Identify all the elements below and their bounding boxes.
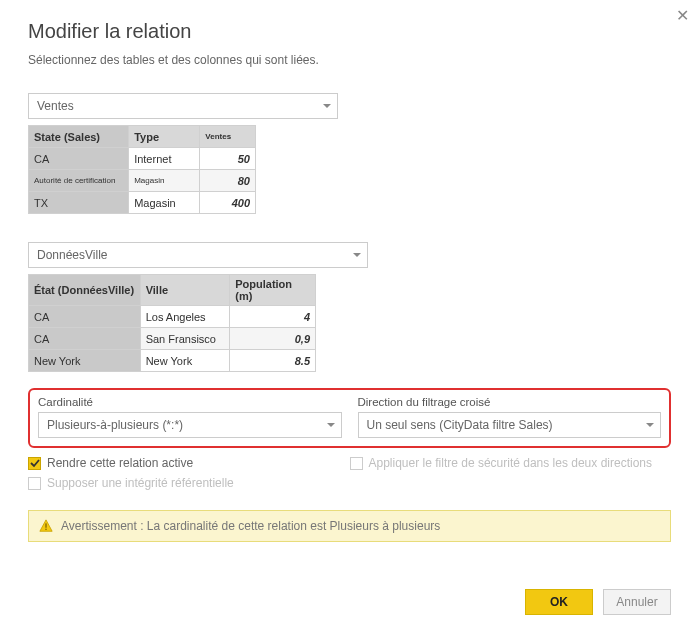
warning-bar: Avertissement : La cardinalité de cette … [28, 510, 671, 542]
checkbox-icon [28, 477, 41, 490]
options-checkboxes: Rendre cette relation active Supposer un… [28, 456, 671, 490]
chevron-down-icon [646, 423, 654, 427]
cardinality-label: Cardinalité [38, 396, 342, 408]
table-a-header-col2[interactable]: Ventes [200, 126, 256, 148]
table-b-header-col1[interactable]: Ville [140, 275, 230, 306]
table-b-header-col0[interactable]: État (DonnéesVille) [29, 275, 141, 306]
table-b-header-col2[interactable]: Population (m) [230, 275, 316, 306]
make-active-label: Rendre cette relation active [47, 456, 193, 470]
chevron-down-icon [327, 423, 335, 427]
table-row: CA Internet 50 [29, 148, 256, 170]
table-b-preview: État (DonnéesVille) Ville Population (m)… [28, 274, 316, 372]
crossfilter-select[interactable]: Un seul sens (CityData filtre Sales) [358, 412, 662, 438]
table-b-selected-label: DonnéesVille [37, 248, 108, 262]
svg-rect-2 [45, 529, 46, 530]
cancel-button[interactable]: Annuler [603, 589, 671, 615]
table-a-header-col1[interactable]: Type [129, 126, 200, 148]
crossfilter-value: Un seul sens (CityData filtre Sales) [367, 418, 553, 432]
svg-rect-1 [45, 523, 46, 527]
table-a-select[interactable]: Ventes [28, 93, 338, 119]
crossfilter-label: Direction du filtrage croisé [358, 396, 662, 408]
dialog-title: Modifier la relation [28, 20, 671, 43]
apply-security-checkbox: Appliquer le filtre de sécurité dans les… [350, 456, 672, 470]
table-b-select[interactable]: DonnéesVille [28, 242, 368, 268]
warning-text: Avertissement : La cardinalité de cette … [61, 519, 440, 533]
close-icon[interactable]: ✕ [676, 6, 689, 25]
chevron-down-icon [323, 104, 331, 108]
assume-integrity-checkbox: Supposer une intégrité référentielle [28, 476, 350, 490]
assume-integrity-label: Supposer une intégrité référentielle [47, 476, 234, 490]
dialog-buttons: OK Annuler [525, 589, 671, 615]
checkbox-icon [350, 457, 363, 470]
edit-relationship-dialog: ✕ Modifier la relation Sélectionnez des … [0, 0, 699, 635]
table-a-selected-label: Ventes [37, 99, 74, 113]
table-row: CA San Fransisco 0,9 [29, 328, 316, 350]
make-active-checkbox[interactable]: Rendre cette relation active [28, 456, 350, 470]
apply-security-label: Appliquer le filtre de sécurité dans les… [369, 456, 653, 470]
table-a-header-col0[interactable]: State (Sales) [29, 126, 129, 148]
checkbox-icon [28, 457, 41, 470]
warning-icon [39, 519, 53, 533]
table-row: New York New York 8.5 [29, 350, 316, 372]
ok-button[interactable]: OK [525, 589, 593, 615]
relationship-options-highlight: Cardinalité Plusieurs-à-plusieurs (*:*) … [28, 388, 671, 448]
cardinality-value: Plusieurs-à-plusieurs (*:*) [47, 418, 183, 432]
table-a-preview: State (Sales) Type Ventes CA Internet 50… [28, 125, 256, 214]
table-row: TX Magasin 400 [29, 192, 256, 214]
dialog-subtitle: Sélectionnez des tables et des colonnes … [28, 53, 671, 67]
table-row: Autorité de certification Magasin 80 [29, 170, 256, 192]
chevron-down-icon [353, 253, 361, 257]
cardinality-select[interactable]: Plusieurs-à-plusieurs (*:*) [38, 412, 342, 438]
table-row: CA Los Angeles 4 [29, 306, 316, 328]
